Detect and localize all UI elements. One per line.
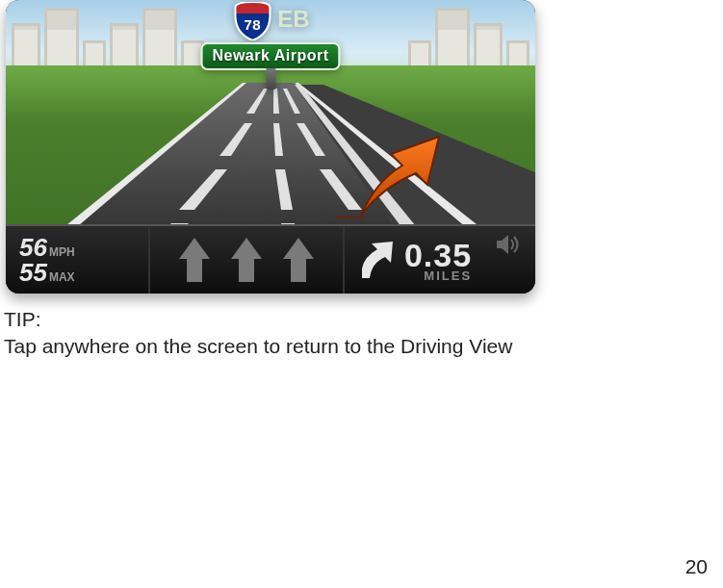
- speaker-icon: [496, 234, 521, 255]
- interstate-shield-icon: 78: [231, 2, 273, 40]
- speed-unit: MPH: [49, 246, 75, 260]
- distance-value: 0.35: [404, 239, 472, 271]
- maneuver-panel: 0.35 MILES: [345, 226, 481, 294]
- current-speed: 56: [19, 235, 47, 260]
- lane-arrow-icon: [177, 236, 212, 284]
- tip-heading: TIP:: [4, 306, 512, 333]
- page-number: 20: [685, 555, 708, 578]
- bear-right-icon: [354, 240, 395, 280]
- distance-unit: MILES: [424, 269, 472, 282]
- tip-text: TIP: Tap anywhere on the screen to retur…: [4, 306, 512, 361]
- gps-screenshot[interactable]: 78 EB Newark Airport 56 MPH 55 MAX: [6, 0, 535, 294]
- lane-arrow-icon: [229, 236, 264, 284]
- sign-post: [266, 68, 275, 89]
- lane-guidance: [150, 226, 345, 294]
- destination-sign: Newark Airport: [200, 42, 340, 70]
- limit-unit: MAX: [49, 271, 75, 285]
- direction-suffix: EB: [277, 6, 309, 33]
- speed-limit: 55: [19, 260, 47, 285]
- status-bar: 56 MPH 55 MAX 0.35: [6, 224, 535, 294]
- lane-arrow-icon: [281, 236, 316, 284]
- bear-right-arrow-icon: [327, 133, 443, 219]
- speed-panel: 56 MPH 55 MAX: [6, 226, 150, 294]
- highway-sign: 78 EB Newark Airport: [200, 2, 340, 89]
- volume-control[interactable]: [481, 226, 535, 294]
- tip-body: Tap anywhere on the screen to return to …: [4, 333, 512, 360]
- route-number: 78: [231, 16, 273, 33]
